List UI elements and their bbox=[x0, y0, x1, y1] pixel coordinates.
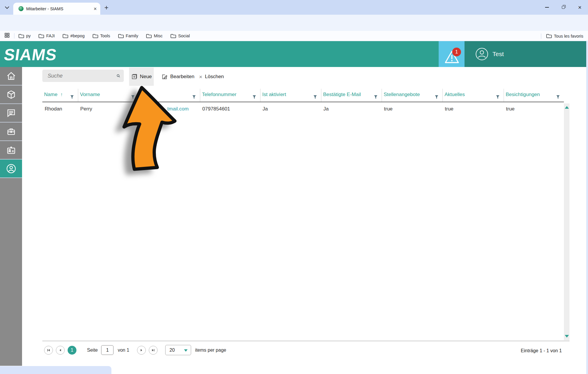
notification-count-badge: 1 bbox=[452, 48, 461, 56]
column-header[interactable]: Besichtigungen bbox=[504, 89, 564, 102]
user-menu[interactable]: Test bbox=[465, 41, 588, 67]
folder-icon bbox=[39, 34, 44, 38]
edit-button[interactable]: Bearbeiten bbox=[161, 71, 194, 83]
browser-status-bubble bbox=[0, 366, 111, 374]
new-button-label: Neue bbox=[140, 74, 152, 80]
first-page-button[interactable] bbox=[44, 346, 53, 355]
last-page-button[interactable] bbox=[149, 346, 158, 355]
new-button[interactable]: Neue bbox=[129, 68, 154, 86]
window-restore-button[interactable] bbox=[555, 0, 572, 15]
user-name: Test bbox=[492, 51, 504, 58]
tab-title: Mitarbeiter - SIAMS bbox=[26, 6, 91, 11]
restore-icon bbox=[562, 6, 565, 9]
filter-funnel-icon[interactable] bbox=[192, 95, 196, 99]
column-label: Vorname bbox=[80, 92, 100, 97]
bookmark-folder-item[interactable]: Social bbox=[171, 33, 190, 38]
table-header-row: Name↑ Vorname Telefonnummer Ist aktivier… bbox=[42, 89, 564, 102]
next-page-button[interactable] bbox=[137, 346, 146, 355]
bookmark-folder-item[interactable]: Family bbox=[118, 33, 138, 38]
first-page-icon bbox=[47, 348, 50, 352]
browser-toolbar: ☆ b rM ⋮ bbox=[0, 15, 588, 31]
search-icon[interactable] bbox=[116, 72, 120, 79]
table-row[interactable]: RhodanPerrytmail.com0797854601JaJatruetr… bbox=[42, 102, 564, 116]
apps-grid-icon[interactable] bbox=[5, 33, 9, 39]
column-header[interactable]: Bestätigte E-Mail bbox=[321, 89, 382, 102]
briefcase-icon bbox=[6, 127, 16, 137]
folder-icon bbox=[93, 34, 98, 38]
delete-button-label: Löschen bbox=[205, 74, 224, 80]
page-number-input[interactable] bbox=[101, 345, 113, 355]
page-label: Seite bbox=[87, 348, 98, 353]
window-edge bbox=[586, 41, 588, 374]
email-link-cell[interactable]: tmail.com bbox=[139, 102, 200, 116]
sort-ascending-icon: ↑ bbox=[60, 92, 63, 97]
filter-funnel-icon[interactable] bbox=[496, 95, 500, 99]
select-caret-icon bbox=[184, 349, 188, 352]
scroll-up-icon[interactable] bbox=[565, 106, 569, 109]
id-card-icon bbox=[6, 145, 16, 155]
search-input[interactable] bbox=[42, 73, 116, 79]
folder-icon bbox=[546, 34, 552, 38]
items-per-page-value: 20 bbox=[170, 348, 175, 353]
column-header[interactable]: Stellenangebote bbox=[382, 89, 442, 102]
search-box bbox=[42, 70, 124, 82]
all-bookmarks-button[interactable]: Tous les favoris bbox=[541, 31, 583, 41]
new-tab-button[interactable]: + bbox=[104, 4, 108, 12]
bookmark-folder-item[interactable]: FAJI bbox=[39, 33, 55, 38]
sidebar-item-home[interactable] bbox=[0, 67, 22, 85]
notifications-button[interactable]: 1 bbox=[439, 41, 465, 67]
column-label: Bestätigte E-Mail bbox=[323, 92, 361, 97]
column-header[interactable]: Vorname bbox=[78, 89, 139, 102]
all-bookmarks-label: Tous les favoris bbox=[554, 34, 583, 38]
sidebar-item-id-badge[interactable] bbox=[0, 141, 22, 160]
pagination-bar: 1 Seite von 1 20 items per page Einträge… bbox=[42, 341, 569, 358]
sidebar-item-employees[interactable] bbox=[0, 160, 22, 178]
current-page-button[interactable]: 1 bbox=[68, 346, 76, 355]
filter-funnel-icon[interactable] bbox=[70, 95, 74, 99]
delete-button[interactable]: × Löschen bbox=[199, 71, 224, 83]
filter-funnel-icon[interactable] bbox=[253, 95, 256, 99]
bookmark-label: py bbox=[26, 33, 31, 38]
column-label: Ist aktiviert bbox=[262, 92, 286, 97]
column-header[interactable] bbox=[139, 89, 200, 102]
column-header[interactable]: Aktuelles bbox=[442, 89, 504, 102]
filter-funnel-icon[interactable] bbox=[374, 95, 377, 99]
edit-pencil-icon bbox=[161, 74, 168, 80]
table-cell: true bbox=[382, 102, 442, 116]
sidebar-item-messages[interactable] bbox=[0, 104, 22, 123]
tab-search-chevron-icon[interactable] bbox=[3, 4, 11, 11]
window-minimize-button[interactable] bbox=[539, 0, 555, 15]
bookmark-folder-item[interactable]: Tools bbox=[93, 33, 110, 38]
user-circle-icon bbox=[475, 48, 488, 61]
cube-icon bbox=[6, 90, 16, 100]
bookmark-folder-item[interactable]: Misc bbox=[146, 33, 163, 38]
column-label: Aktuelles bbox=[445, 92, 465, 97]
filter-funnel-icon[interactable] bbox=[131, 95, 135, 99]
table-cell: Ja bbox=[260, 102, 321, 116]
siams-logo[interactable]: SIAMS bbox=[3, 45, 58, 64]
filter-funnel-icon[interactable] bbox=[313, 95, 317, 99]
bookmark-label: Social bbox=[178, 33, 190, 38]
previous-page-button[interactable] bbox=[56, 346, 65, 355]
scroll-down-icon[interactable] bbox=[565, 335, 569, 338]
sidebar-item-jobs[interactable] bbox=[0, 123, 22, 141]
window-close-button[interactable]: × bbox=[572, 0, 588, 15]
tab-strip: Mitarbeiter - SIAMS × + × bbox=[0, 0, 588, 15]
bookmark-folder-item[interactable]: py bbox=[19, 33, 31, 38]
bookmark-label: Family bbox=[126, 33, 138, 38]
browser-tab[interactable]: Mitarbeiter - SIAMS × bbox=[13, 3, 100, 15]
column-label: Name bbox=[44, 92, 57, 97]
column-header[interactable]: Name↑ bbox=[42, 89, 78, 102]
folder-icon bbox=[171, 34, 176, 38]
items-per-page-select[interactable]: 20 bbox=[165, 345, 191, 355]
tab-close-icon[interactable]: × bbox=[93, 6, 97, 11]
table-scrollbar[interactable] bbox=[564, 103, 569, 340]
sidebar-item-box[interactable] bbox=[0, 85, 22, 104]
filter-funnel-icon[interactable] bbox=[556, 95, 560, 99]
bookmark-folder-item[interactable]: #bepog bbox=[63, 33, 84, 38]
column-header[interactable]: Telefonnummer bbox=[200, 89, 260, 102]
column-header[interactable]: Ist aktiviert bbox=[260, 89, 321, 102]
bookmark-label: Misc bbox=[154, 33, 163, 38]
bookmark-label: Tools bbox=[100, 33, 110, 38]
filter-funnel-icon[interactable] bbox=[435, 95, 438, 99]
